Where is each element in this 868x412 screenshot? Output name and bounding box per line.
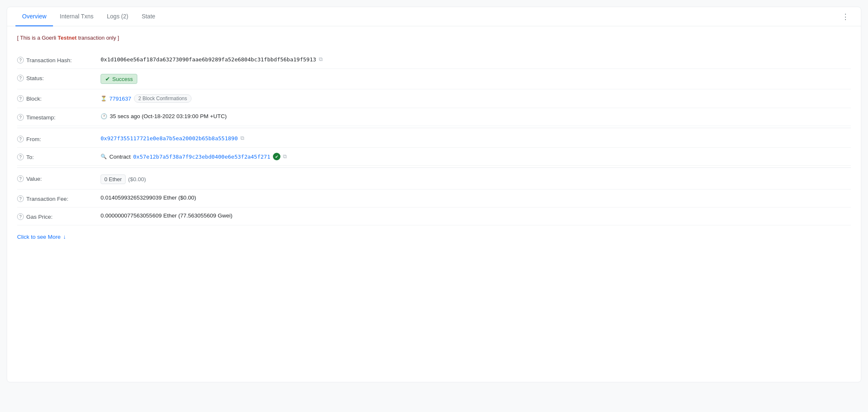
tab-overview[interactable]: Overview bbox=[15, 7, 53, 26]
from-address-link[interactable]: 0x927f355117721e0e8a7b5ea20002b65b8a5518… bbox=[101, 135, 238, 142]
to-help-icon[interactable]: ? bbox=[17, 154, 24, 160]
status-help-icon[interactable]: ? bbox=[17, 75, 24, 81]
more-options-button[interactable]: ⋮ bbox=[838, 9, 853, 25]
value-label: ? Value: bbox=[17, 174, 101, 182]
timestamp-value: 🕐 35 secs ago (Oct-18-2022 03:19:00 PM +… bbox=[101, 113, 851, 119]
tab-internal-txns[interactable]: Internal Txns bbox=[53, 7, 100, 26]
from-row: ? From: 0x927f355117721e0e8a7b5ea20002b6… bbox=[17, 130, 851, 148]
gas-price-row: ? Gas Price: 0.000000077563055609 Ether … bbox=[17, 207, 851, 225]
status-badge: ✔ Success bbox=[101, 74, 137, 84]
section-divider-1 bbox=[17, 128, 851, 128]
transaction-detail-card: Overview Internal Txns Logs (2) State ⋮ … bbox=[7, 7, 861, 382]
overview-content: [ This is a Goerli Testnet transaction o… bbox=[7, 26, 861, 248]
block-confirmations-badge: 2 Block Confirmations bbox=[134, 94, 192, 103]
to-label: ? To: bbox=[17, 153, 101, 160]
transaction-hash-value: 0x1d1006ee56af187da63273090faae6b9289fa5… bbox=[101, 56, 851, 63]
transaction-fee-help-icon[interactable]: ? bbox=[17, 195, 24, 202]
block-row: ? Block: ⏳ 7791637 2 Block Confirmations bbox=[17, 89, 851, 108]
status-value: ✔ Success bbox=[101, 74, 851, 84]
value-help-icon[interactable]: ? bbox=[17, 175, 24, 182]
contract-verified-icon: ✔ bbox=[273, 153, 280, 160]
value-usd: ($0.00) bbox=[128, 176, 146, 182]
tab-logs[interactable]: Logs (2) bbox=[100, 7, 135, 26]
status-row: ? Status: ✔ Success bbox=[17, 69, 851, 89]
gas-price-label: ? Gas Price: bbox=[17, 212, 101, 220]
testnet-suffix: transaction only ] bbox=[77, 35, 119, 41]
block-hourglass-icon: ⏳ bbox=[101, 96, 107, 101]
block-help-icon[interactable]: ? bbox=[17, 95, 24, 102]
transaction-hash-help-icon[interactable]: ? bbox=[17, 57, 24, 63]
transaction-hash-copy-icon[interactable]: ⧉ bbox=[319, 56, 323, 63]
status-label: ? Status: bbox=[17, 74, 101, 81]
block-number-link[interactable]: 7791637 bbox=[109, 96, 131, 102]
to-row: ? To: 🔍 Contract 0x57e12b7a5f38a7f9c23eb… bbox=[17, 148, 851, 166]
from-label: ? From: bbox=[17, 135, 101, 142]
contract-address-link[interactable]: 0x57e12b7a5f38a7f9c23ebd0400e6e53f2a45f2… bbox=[133, 154, 270, 160]
see-more-arrow-icon: ↓ bbox=[63, 234, 66, 240]
transaction-hash-row: ? Transaction Hash: 0x1d1006ee56af187da6… bbox=[17, 51, 851, 69]
tab-state[interactable]: State bbox=[135, 7, 162, 26]
value-row: ? Value: 0 Ether ($0.00) bbox=[17, 169, 851, 190]
gas-price-value: 0.000000077563055609 Ether (77.563055609… bbox=[101, 212, 851, 219]
gas-price-help-icon[interactable]: ? bbox=[17, 213, 24, 220]
testnet-banner: [ This is a Goerli Testnet transaction o… bbox=[17, 35, 851, 41]
value-content: 0 Ether ($0.00) bbox=[101, 174, 851, 184]
timestamp-help-icon[interactable]: ? bbox=[17, 114, 24, 121]
contract-prefix-text: Contract bbox=[109, 154, 131, 160]
see-more-button[interactable]: Click to see More ↓ bbox=[17, 234, 851, 240]
timestamp-label: ? Timestamp: bbox=[17, 113, 101, 121]
from-help-icon[interactable]: ? bbox=[17, 136, 24, 142]
testnet-bold: Testnet bbox=[58, 35, 76, 41]
value-amount-badge: 0 Ether bbox=[101, 174, 126, 184]
contract-search-icon: 🔍 bbox=[101, 154, 107, 159]
transaction-fee-value: 0.014059932653299039 Ether ($0.00) bbox=[101, 195, 851, 201]
from-value: 0x927f355117721e0e8a7b5ea20002b65b8a5518… bbox=[101, 135, 851, 142]
transaction-hash-label: ? Transaction Hash: bbox=[17, 56, 101, 63]
block-label: ? Block: bbox=[17, 94, 101, 102]
transaction-fee-row: ? Transaction Fee: 0.014059932653299039 … bbox=[17, 190, 851, 207]
transaction-fee-label: ? Transaction Fee: bbox=[17, 195, 101, 202]
testnet-prefix: [ This is a Goerli bbox=[17, 35, 58, 41]
block-value: ⏳ 7791637 2 Block Confirmations bbox=[101, 94, 851, 103]
timestamp-row: ? Timestamp: 🕐 35 secs ago (Oct-18-2022 … bbox=[17, 108, 851, 126]
clock-icon: 🕐 bbox=[101, 113, 107, 119]
from-copy-icon[interactable]: ⧉ bbox=[240, 135, 244, 142]
status-check-icon: ✔ bbox=[105, 76, 110, 82]
to-value: 🔍 Contract 0x57e12b7a5f38a7f9c23ebd0400e… bbox=[101, 153, 851, 160]
tab-bar: Overview Internal Txns Logs (2) State ⋮ bbox=[7, 7, 861, 26]
section-divider-2 bbox=[17, 167, 851, 168]
to-copy-icon[interactable]: ⧉ bbox=[283, 153, 287, 160]
